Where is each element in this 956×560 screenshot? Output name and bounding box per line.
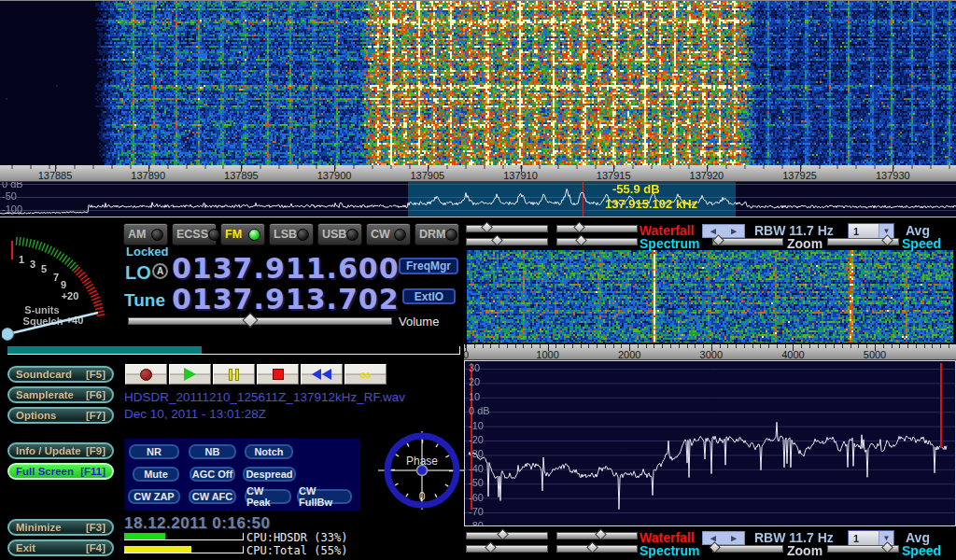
dsp-button-cw-fullbw[interactable]: CW FullBw: [297, 489, 352, 504]
dsp-button-despread[interactable]: Despread: [243, 467, 296, 482]
button-options[interactable]: Options[F7]: [7, 407, 114, 424]
upper-speed-slider[interactable]: [827, 238, 899, 245]
lower-band-arrows: ◂▸: [702, 531, 745, 545]
button-samplerate[interactable]: Samplerate[F6]: [7, 386, 114, 403]
db-axis-label: 0 dB: [469, 405, 490, 416]
side-button-key: [F5]: [86, 369, 105, 380]
zoom-frequency-ruler[interactable]: 010002000300040005000: [464, 344, 956, 360]
main-waterfall-display[interactable]: [0, 0, 956, 166]
side-button-key: [F11]: [80, 466, 105, 477]
dsp-button-notch[interactable]: Notch: [245, 444, 293, 459]
main-frequency-ruler[interactable]: 1378851378901378951379001379051379101379…: [0, 165, 956, 182]
upper-waterfall-contrast-slider[interactable]: [556, 225, 638, 232]
zoom-waterfall-display[interactable]: [467, 250, 953, 343]
mode-label: DRM: [419, 228, 445, 241]
clock-display: 18.12.2011 0:16:50: [124, 514, 270, 533]
frequency-ruler-label: 137915: [597, 170, 631, 181]
signal-level-readout: -55.9 dB: [612, 182, 660, 196]
upper-speed-label: Speed: [902, 236, 941, 251]
cpu-hdsdr-bar: [124, 533, 244, 540]
stop-icon: [273, 369, 284, 380]
upper-band-right-button[interactable]: ▸: [724, 225, 744, 237]
rewind-button[interactable]: [301, 364, 343, 385]
db-axis-label: -30: [469, 448, 484, 459]
frequency-ruler-label: 137885: [38, 170, 73, 181]
dsp-button-agc-off[interactable]: AGC Off: [190, 467, 235, 482]
play-button[interactable]: [169, 364, 211, 385]
mode-led-indicator: [208, 229, 220, 241]
mode-button-fm[interactable]: FM: [220, 223, 265, 245]
lower-zoom-label: Zoom: [787, 543, 822, 558]
side-button-name: Exit: [16, 542, 35, 553]
smeter-needle-pivot: [2, 329, 14, 341]
freqmgr-button[interactable]: FreqMgr: [399, 258, 458, 274]
upper-zoom-slider[interactable]: [712, 238, 783, 245]
mode-button-am[interactable]: AM: [123, 223, 168, 245]
smeter-red-arc: [77, 270, 102, 318]
loop-button[interactable]: ∞: [344, 364, 387, 385]
rewind-icon: [312, 369, 331, 380]
dsp-button-cw-zap[interactable]: CW ZAP: [128, 489, 180, 504]
upper-spectrum-offset-slider-thumb[interactable]: [575, 234, 587, 246]
lower-spectrum-gain-slider[interactable]: [466, 545, 548, 553]
dsp-button-nb[interactable]: NB: [189, 444, 236, 459]
dsp-button-nr[interactable]: NR: [129, 444, 179, 459]
lower-speed-slider[interactable]: [827, 545, 899, 553]
mode-button-ecss[interactable]: ECSS: [172, 223, 217, 245]
button-exit[interactable]: Exit[F4]: [7, 539, 114, 556]
upper-spectrum-offset-slider[interactable]: [556, 238, 638, 245]
lower-spectrum-offset-slider-thumb[interactable]: [586, 541, 598, 553]
main-spectrum-display[interactable]: -55.9 dB 137.915.102 kHz 0 dB-50-100: [0, 182, 956, 217]
mode-button-usb[interactable]: USB: [317, 223, 362, 245]
upper-spectrum-gain-slider[interactable]: [466, 238, 548, 245]
lower-spectrum-label: Spectrum: [640, 543, 700, 558]
db-axis-label: -50: [2, 190, 17, 202]
upper-waterfall-contrast-slider-thumb[interactable]: [573, 221, 585, 233]
volume-slider[interactable]: [128, 317, 392, 325]
lower-waterfall-contrast-slider[interactable]: [556, 532, 638, 539]
zoom-spectrum-display[interactable]: 3020100 dB-10-20-30-40-50-60-70-80: [464, 360, 956, 526]
phase-center-dot: [417, 466, 428, 476]
lower-zoom-slider[interactable]: [712, 545, 783, 553]
mode-button-cw[interactable]: CW: [366, 223, 411, 245]
upper-spectrum-gain-slider-thumb[interactable]: [491, 234, 503, 246]
lower-spectrum-gain-slider-thumb[interactable]: [485, 541, 497, 553]
lower-waterfall-brightness-slider[interactable]: [466, 532, 548, 539]
frequency-ruler-label: 137930: [876, 170, 910, 181]
smeter-scale-label: 7: [53, 272, 59, 283]
mode-label: AM: [128, 228, 146, 241]
dsp-button-cw-peak[interactable]: CW Peak: [245, 489, 291, 504]
dsp-button-cw-afc[interactable]: CW AFC: [189, 489, 236, 504]
upper-band-left-button[interactable]: ◂: [703, 225, 724, 237]
mode-button-drm[interactable]: DRM: [415, 223, 459, 245]
lower-waterfall-brightness-slider-thumb[interactable]: [497, 528, 509, 540]
dsp-button-panel: NRNBNotchMuteAGC OffDespreadCW ZAPCW AFC…: [124, 439, 360, 511]
lower-spectrum-offset-slider[interactable]: [556, 545, 638, 553]
button-full-screen[interactable]: Full Screen[F11]: [7, 463, 114, 480]
lo-auto-badge[interactable]: A: [152, 263, 168, 279]
record-button[interactable]: [125, 364, 167, 385]
extio-button[interactable]: ExtIO: [402, 288, 456, 304]
tune-label: Tune: [124, 290, 165, 311]
lower-waterfall-contrast-slider-thumb[interactable]: [595, 528, 607, 540]
cpu-hdsdr-label: CPU:HDSDR (33%): [246, 531, 347, 544]
button-minimize[interactable]: Minimize[F3]: [7, 519, 114, 536]
mode-button-lsb[interactable]: LSB: [269, 223, 314, 245]
s-meter[interactable]: 13579+20+40 S-units Squelch: [2, 224, 120, 343]
tune-frequency-display[interactable]: 0137.913.702: [172, 286, 400, 314]
upper-waterfall-brightness-slider-thumb[interactable]: [481, 221, 493, 233]
upper-waterfall-brightness-slider[interactable]: [466, 225, 548, 232]
pause-button[interactable]: [213, 364, 255, 385]
playback-controls: ∞: [125, 364, 387, 385]
lo-frequency-display[interactable]: 0137.911.600: [172, 255, 400, 283]
mode-led-indicator: [297, 229, 309, 241]
phase-dial[interactable]: Phase 0: [378, 427, 464, 513]
button-info-update[interactable]: Info / Update[F9]: [7, 442, 114, 459]
button-soundcard[interactable]: Soundcard[F5]: [7, 366, 114, 383]
lower-band-right-button[interactable]: ▸: [724, 532, 744, 544]
stop-button[interactable]: [257, 364, 299, 385]
squelch-level-bar[interactable]: [7, 346, 460, 355]
mode-label: USB: [322, 228, 346, 241]
side-button-name: Full Screen: [16, 466, 74, 477]
dsp-button-mute[interactable]: Mute: [133, 467, 179, 482]
